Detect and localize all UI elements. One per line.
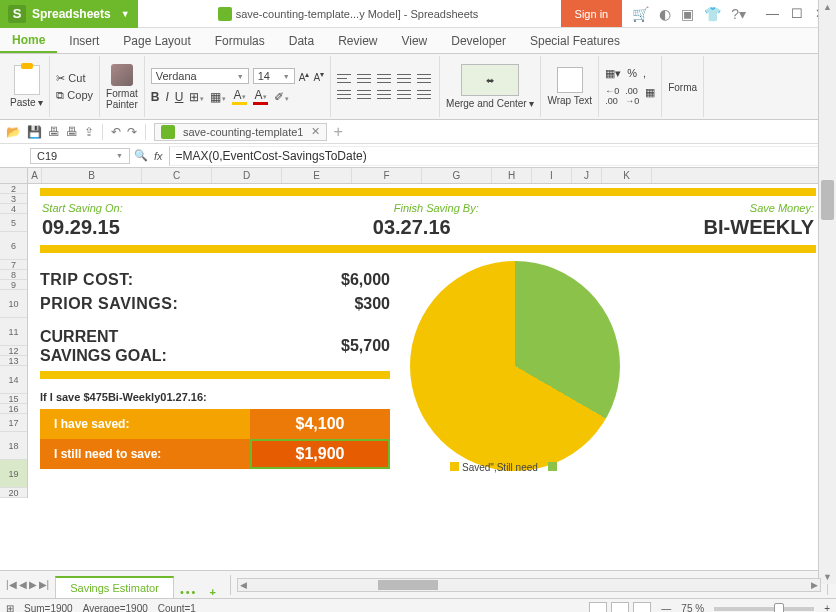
app-menu-button[interactable]: S Spreadsheets ▼: [0, 0, 138, 28]
row-header-2[interactable]: 2: [0, 184, 27, 194]
scroll-left-arrow-icon[interactable]: ◀: [240, 580, 247, 590]
row-header-4[interactable]: 4: [0, 204, 27, 214]
hscroll-thumb[interactable]: [378, 580, 438, 590]
col-header-D[interactable]: D: [212, 168, 282, 183]
justify-button[interactable]: [397, 89, 411, 101]
row-header-17[interactable]: 17: [0, 414, 27, 432]
help-icon[interactable]: ?▾: [731, 6, 746, 22]
font-name-select[interactable]: Verdana▼: [151, 68, 249, 84]
style-button[interactable]: ✐▾: [274, 90, 289, 104]
row-header-9[interactable]: 9: [0, 280, 27, 290]
increase-decimal-button[interactable]: ←0.00: [605, 86, 619, 106]
highlight-color-button[interactable]: A▾: [232, 88, 247, 105]
format-painter-icon[interactable]: [111, 64, 133, 86]
align-left-button[interactable]: [337, 89, 351, 101]
align-center-button[interactable]: [357, 89, 371, 101]
col-header-E[interactable]: E: [282, 168, 352, 183]
scroll-down-arrow-icon[interactable]: ▼: [823, 572, 832, 582]
workbook-tab[interactable]: save-counting-template1 ✕: [154, 123, 327, 141]
zoom-knob[interactable]: [774, 603, 784, 613]
workbook-tab-close-icon[interactable]: ✕: [311, 125, 320, 138]
page-break-view-button[interactable]: [633, 602, 651, 613]
tab-page-layout[interactable]: Page Layout: [111, 28, 202, 53]
format-button[interactable]: Forma: [668, 82, 697, 93]
col-header-G[interactable]: G: [422, 168, 492, 183]
formula-input[interactable]: =MAX(0,EventCost-SavingsToDate): [169, 146, 836, 166]
fill-button[interactable]: ▦▾: [210, 90, 226, 104]
row-header-5[interactable]: 5: [0, 214, 27, 232]
vertical-scrollbar[interactable]: ▲ ▼: [818, 0, 836, 584]
redo-icon[interactable]: ↷: [127, 125, 137, 139]
tab-review[interactable]: Review: [326, 28, 389, 53]
paste-icon[interactable]: [14, 65, 40, 95]
wrap-text-icon[interactable]: [557, 67, 583, 93]
merge-button[interactable]: Merge and Center ▾: [446, 98, 534, 109]
col-header-K[interactable]: K: [602, 168, 652, 183]
paste-label[interactable]: Paste ▾: [10, 97, 43, 108]
wrap-text-button[interactable]: Wrap Text: [547, 95, 592, 106]
comma-button[interactable]: ,: [643, 67, 646, 80]
save-icon[interactable]: 💾: [27, 125, 42, 139]
align-right-button[interactable]: [377, 89, 391, 101]
increase-indent-button[interactable]: [417, 73, 431, 85]
row-header-11[interactable]: 11: [0, 318, 27, 346]
export-icon[interactable]: ⇪: [84, 125, 94, 139]
col-header-I[interactable]: I: [532, 168, 572, 183]
distribute-button[interactable]: [417, 89, 431, 101]
tab-view[interactable]: View: [389, 28, 439, 53]
row-headers[interactable]: 234567891011121314151617181920: [0, 184, 28, 498]
tab-insert[interactable]: Insert: [57, 28, 111, 53]
percent-button[interactable]: %: [627, 67, 637, 80]
print-preview-icon[interactable]: 🖶: [66, 125, 78, 139]
font-size-select[interactable]: 14▼: [253, 68, 295, 84]
row-header-13[interactable]: 13: [0, 356, 27, 366]
zoom-out-button[interactable]: —: [661, 603, 671, 612]
format-painter-label[interactable]: Format Painter: [106, 88, 138, 110]
scroll-up-arrow-icon[interactable]: ▲: [823, 2, 832, 12]
tab-special-features[interactable]: Special Features: [518, 28, 632, 53]
row-header-14[interactable]: 14: [0, 366, 27, 394]
row-header-3[interactable]: 3: [0, 194, 27, 204]
normal-view-button[interactable]: [589, 602, 607, 613]
row-header-19[interactable]: 19: [0, 460, 27, 488]
copy-button[interactable]: ⧉ Copy: [56, 89, 93, 102]
d-icon[interactable]: ◐: [659, 6, 671, 22]
col-header-A[interactable]: A: [28, 168, 42, 183]
increase-font-button[interactable]: A▴: [299, 69, 310, 83]
tab-developer[interactable]: Developer: [439, 28, 518, 53]
row-header-10[interactable]: 10: [0, 290, 27, 318]
theme-icon[interactable]: 👕: [704, 6, 721, 22]
undo-icon[interactable]: ↶: [111, 125, 121, 139]
number-format-button[interactable]: ▦: [645, 86, 655, 106]
italic-button[interactable]: I: [165, 90, 168, 104]
last-sheet-button[interactable]: ▶|: [39, 579, 50, 590]
row-header-7[interactable]: 7: [0, 260, 27, 270]
font-color-button[interactable]: A▾: [253, 88, 268, 105]
col-header-C[interactable]: C: [142, 168, 212, 183]
col-header-B[interactable]: B: [42, 168, 142, 183]
picture-icon[interactable]: ▣: [681, 6, 694, 22]
new-tab-button[interactable]: +: [333, 123, 342, 141]
sheet-tab-savings[interactable]: Savings Estimator: [55, 576, 174, 598]
first-sheet-button[interactable]: |◀: [6, 579, 17, 590]
select-all-corner[interactable]: [0, 168, 28, 184]
decrease-decimal-button[interactable]: .00→0: [625, 86, 639, 106]
row-header-18[interactable]: 18: [0, 432, 27, 460]
page-layout-view-button[interactable]: [611, 602, 629, 613]
row-header-8[interactable]: 8: [0, 270, 27, 280]
zoom-in-button[interactable]: +: [824, 603, 830, 612]
row-header-12[interactable]: 12: [0, 346, 27, 356]
bold-button[interactable]: B: [151, 90, 160, 104]
tab-formulas[interactable]: Formulas: [203, 28, 277, 53]
maximize-button[interactable]: ☐: [791, 6, 803, 21]
horizontal-scrollbar[interactable]: ◀ ▶: [237, 578, 821, 592]
align-top-left-button[interactable]: [337, 73, 351, 85]
tab-home[interactable]: Home: [0, 28, 57, 53]
row-header-16[interactable]: 16: [0, 404, 27, 414]
row-header-20[interactable]: 20: [0, 488, 27, 498]
row-header-15[interactable]: 15: [0, 394, 27, 404]
tab-data[interactable]: Data: [277, 28, 326, 53]
minimize-button[interactable]: —: [766, 6, 779, 21]
cart-icon[interactable]: 🛒: [632, 6, 649, 22]
fx-icon[interactable]: fx: [154, 150, 163, 162]
